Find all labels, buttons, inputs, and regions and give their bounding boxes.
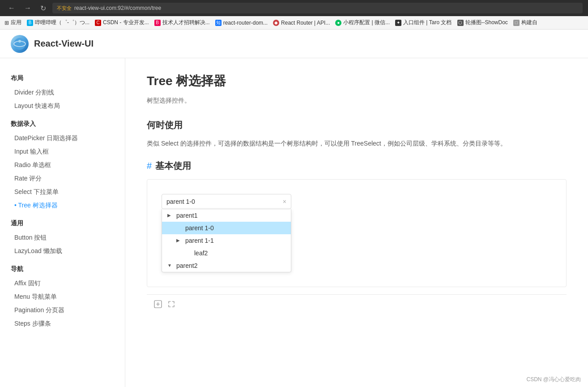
app-header: React-View-UI [0,30,588,58]
content-area: Tree 树选择器 树型选择控件。 何时使用 类似 Select 的选择控件，可… [125,58,588,387]
sidebar-item-steps[interactable]: Steps 步骤条 [0,317,125,331]
zhihu-icon: 知 [215,20,222,26]
code-toggle-icon[interactable] [154,300,162,308]
sidebar-section-title-data-entry: 数据录入 [0,116,125,132]
sidebar-section-title-nav: 导航 [0,262,125,277]
sidebar: 布局 Divider 分割线 Layout 快速布局 数据录入 DatePick… [0,58,125,387]
sidebar-item-rate[interactable]: Rate 评分 [0,172,125,185]
sidebar-item-button[interactable]: Button 按钮 [0,231,125,245]
page-footer: CSDN @冯心心爱吃肉 [519,372,588,387]
basic-usage-title: # 基本使用 [147,160,567,172]
demo-box: parent 1-0 × ▶ parent1 parent 1-0 [147,179,567,287]
arrow-icon-parent1-1: ▶ [176,238,183,243]
app-logo [11,35,29,53]
page-title: Tree 树选择器 [147,73,567,90]
sidebar-section-general: 通用 Button 按钮 LazyLoad 懒加载 [0,216,125,258]
tree-node-parent1[interactable]: ▶ parent1 [162,209,291,222]
bookmark-wechat[interactable]: ● 小程序配置 | 微信... [335,19,390,26]
forward-button[interactable]: → [21,3,34,13]
app-title: React-View-UI [34,39,94,49]
tree-select-input[interactable]: parent 1-0 × [162,194,291,209]
sidebar-section-title-general: 通用 [0,216,125,231]
arrow-icon-parent1: ▶ [167,213,175,218]
expand-icon-svg [167,300,175,308]
sidebar-item-lazyload[interactable]: LazyLoad 懒加载 [0,245,125,258]
sidebar-item-input[interactable]: Input 输入框 [0,145,125,159]
showdoc-icon: ⬡ [457,20,464,26]
bookmark-apps[interactable]: ⊞ 应用 [4,19,21,26]
arrow-icon-parent2: ▼ [167,263,175,268]
sidebar-item-radio[interactable]: Radio 单选框 [0,159,125,172]
recruit-icon: B [154,20,161,26]
sidebar-section-title-layout: 布局 [0,71,125,86]
browser-chrome: ← → ↻ 不安全 react-view-ui.com:92/#/common/… [0,0,588,16]
basic-usage-label: 基本使用 [155,160,191,172]
tree-dropdown: ▶ parent1 parent 1-0 ▶ parent 1-1 [162,209,291,272]
when-to-use-desc: 类似 Select 的选择控件，可选择的数据结构是一个树形结构时，可以使用 Tr… [147,138,567,149]
node-label-parent2: parent2 [176,262,197,269]
code-icon-svg [154,300,162,308]
tree-node-parent1-1[interactable]: ▶ parent 1-1 [162,234,291,247]
apps-icon: ⊞ [4,20,9,26]
logo-icon [13,38,26,50]
footer-text: CSDN @冯心心爱吃肉 [526,376,581,383]
svg-point-2 [18,40,21,43]
bookmark-bilibili[interactable]: B 哔哩哔哩（゜-゜）つ... [27,19,89,26]
address-bar[interactable]: 不安全 react-view-ui.com:92/#/common/tree [52,3,583,13]
node-label-parent1: parent1 [176,212,197,219]
tree-select-clear-button[interactable]: × [283,198,286,205]
hash-symbol: # [147,161,152,171]
tree-node-leaf2[interactable]: leaf2 [162,247,291,259]
build-icon: □ [513,20,520,26]
main-layout: 布局 Divider 分割线 Layout 快速布局 数据录入 DatePick… [0,58,588,387]
wechat-icon: ● [335,20,341,26]
refresh-button[interactable]: ↻ [38,3,49,13]
sidebar-item-datepicker[interactable]: DatePicker 日期选择器 [0,132,125,145]
expand-icon[interactable] [167,300,175,308]
tree-node-parent2[interactable]: ▼ parent2 [162,259,291,272]
security-warning: 不安全 [57,5,72,12]
react-router-icon: ◆ [273,20,279,26]
bilibili-icon: B [27,20,33,26]
sidebar-item-divider[interactable]: Divider 分割线 [0,86,125,99]
sidebar-section-data-entry: 数据录入 DatePicker 日期选择器 Input 输入框 Radio 单选… [0,116,125,212]
sidebar-item-menu[interactable]: Menu 导航菜单 [0,290,125,304]
sidebar-item-tree[interactable]: Tree 树选择器 [0,199,125,212]
tree-select-wrapper: parent 1-0 × ▶ parent1 parent 1-0 [162,194,291,272]
tree-select-value: parent 1-0 [166,198,195,205]
bookmarks-bar: ⊞ 应用 B 哔哩哔哩（゜-゜）つ... C CSDN - 专业开发... B … [0,16,588,30]
tree-node-parent1-0[interactable]: parent 1-0 [162,222,291,234]
bookmark-react-router-dom[interactable]: 知 react-router-dom... [215,20,268,26]
sidebar-item-pagination[interactable]: Pagination 分页器 [0,304,125,317]
url-text: react-view-ui.com:92/#/common/tree [74,5,161,11]
sidebar-item-layout[interactable]: Layout 快速布局 [0,99,125,113]
page-description: 树型选择控件。 [147,97,567,105]
bookmark-showdoc[interactable]: ⬡ 轮播图--ShowDoc [457,19,508,26]
node-label-parent1-1: parent 1-1 [185,237,214,244]
sidebar-section-layout: 布局 Divider 分割线 Layout 快速布局 [0,71,125,113]
bookmark-react-router[interactable]: ◆ React Router | API... [273,20,330,26]
sidebar-section-nav: 导航 Affix 固钉 Menu 导航菜单 Pagination 分页器 Ste… [0,262,125,331]
sidebar-item-select[interactable]: Select 下拉菜单 [0,185,125,199]
bookmark-csdn[interactable]: C CSDN - 专业开发... [95,19,149,26]
bookmark-taro[interactable]: ✦ 入口组件 | Taro 文档 [395,19,452,26]
csdn-icon: C [95,20,101,26]
svg-point-0 [14,38,26,50]
when-to-use-title: 何时使用 [147,119,567,131]
node-label-parent1-0: parent 1-0 [185,224,214,232]
back-button[interactable]: ← [5,3,18,13]
bookmark-build[interactable]: □ 构建自 [513,19,537,26]
taro-icon: ✦ [395,20,401,26]
node-label-leaf2: leaf2 [194,249,208,257]
bookmark-recruit[interactable]: B 技术人才招聘解决... [154,19,210,26]
arrow-icon-parent1-0 [176,225,183,230]
sidebar-item-affix[interactable]: Affix 固钉 [0,277,125,290]
arrow-icon-leaf2 [185,250,192,255]
demo-toolbar [147,294,567,314]
